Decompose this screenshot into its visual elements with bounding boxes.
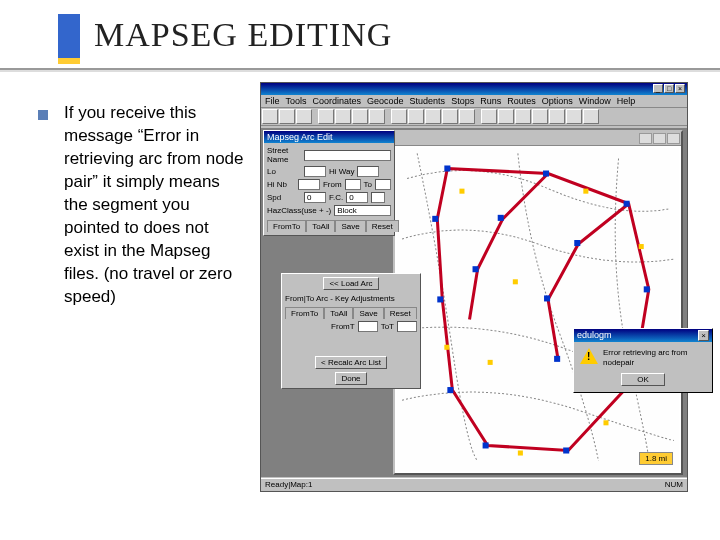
map-tool[interactable]	[639, 133, 652, 144]
svg-rect-4	[624, 201, 630, 207]
error-dialog: edulogm × Error retrieving arc from node…	[573, 328, 713, 393]
toolbar-button[interactable]	[425, 109, 441, 124]
toolbar-button[interactable]	[352, 109, 368, 124]
map-window: 1.8 mi	[393, 130, 683, 475]
toolbar-button[interactable]	[566, 109, 582, 124]
fc-input[interactable]: 0	[346, 192, 368, 203]
load-arc-button[interactable]: << Load Arc	[323, 277, 378, 290]
menu-item[interactable]: File	[265, 96, 280, 106]
from-input[interactable]	[345, 179, 361, 190]
toolbar-button[interactable]	[279, 109, 295, 124]
statusbar-left: Ready|Map:1	[265, 480, 312, 490]
dir-input[interactable]	[371, 192, 385, 203]
toolbar-button[interactable]	[481, 109, 497, 124]
hinb-input[interactable]	[298, 179, 320, 190]
spd-label: Spd	[267, 193, 301, 202]
warning-icon	[580, 348, 598, 364]
svg-rect-3	[543, 171, 549, 177]
menu-item[interactable]: Tools	[286, 96, 307, 106]
menu-item[interactable]: Students	[410, 96, 446, 106]
toolbar-button[interactable]	[459, 109, 475, 124]
svg-rect-12	[498, 215, 504, 221]
toolbar-button[interactable]	[296, 109, 312, 124]
tab-save[interactable]: Save	[335, 220, 365, 232]
minimize-button[interactable]: _	[653, 84, 663, 93]
toolbar-button[interactable]	[262, 109, 278, 124]
map-tool[interactable]	[667, 133, 680, 144]
hiway-input[interactable]	[357, 166, 379, 177]
to-input[interactable]	[375, 179, 391, 190]
slide-accent-bar	[58, 14, 80, 64]
tab-toall[interactable]: ToAll	[306, 220, 335, 232]
toolbar-button[interactable]	[442, 109, 458, 124]
adj-tab-reset[interactable]: Reset	[384, 307, 417, 319]
toolbar-button[interactable]	[335, 109, 351, 124]
app-titlebar: _ □ ×	[261, 83, 687, 95]
svg-rect-22	[444, 345, 449, 350]
lo-input[interactable]	[304, 166, 326, 177]
svg-rect-19	[639, 244, 644, 249]
svg-rect-20	[603, 420, 608, 425]
adj-tab-save[interactable]: Save	[353, 307, 383, 319]
tab-reset[interactable]: Reset	[366, 220, 399, 232]
menu-item[interactable]: Geocode	[367, 96, 404, 106]
map-scale-badge: 1.8 mi	[639, 452, 673, 465]
mdi-workspace: 1.8 mi Mapseg Arc Edit Street Name Lo Hi…	[261, 128, 687, 477]
svg-rect-15	[554, 356, 560, 362]
done-button[interactable]: Done	[335, 372, 366, 385]
error-dialog-title: edulogm	[577, 330, 612, 341]
maximize-button[interactable]: □	[664, 84, 674, 93]
arc-panel-title: Mapseg Arc Edit	[264, 131, 394, 143]
map-toolbar	[395, 132, 681, 146]
toolbar-button[interactable]	[318, 109, 334, 124]
to-label: To	[364, 180, 372, 189]
app-window: _ □ × File Tools Coordinates Geocode Stu…	[260, 82, 688, 492]
toolbar-button[interactable]	[583, 109, 599, 124]
spd-input[interactable]: 0	[304, 192, 326, 203]
toolbar-button[interactable]	[515, 109, 531, 124]
bullet-icon	[38, 110, 48, 120]
statusbar-right: NUM	[665, 480, 683, 490]
arc-edit-panel: Mapseg Arc Edit Street Name Lo Hi Way Hi…	[263, 130, 395, 236]
adjust-group-title: From|To Arc - Key Adjustments	[285, 294, 417, 303]
adj-tab-fromto[interactable]: FromTo	[285, 307, 324, 319]
toolbar-button[interactable]	[549, 109, 565, 124]
recalc-button[interactable]: < Recalc Arc List	[315, 356, 387, 369]
adj-to-input[interactable]	[397, 321, 417, 332]
svg-rect-11	[432, 216, 438, 222]
hinb-label: Hi Nb	[267, 180, 295, 189]
toolbar-button[interactable]	[532, 109, 548, 124]
adj-tab-toall[interactable]: ToAll	[324, 307, 353, 319]
slide-title: MAPSEG EDITING	[94, 16, 392, 54]
error-dialog-close-icon[interactable]: ×	[698, 330, 709, 341]
slide-divider	[0, 68, 720, 70]
map-tool[interactable]	[653, 133, 666, 144]
svg-rect-10	[437, 296, 443, 302]
svg-rect-5	[644, 286, 650, 292]
toolbar-button[interactable]	[408, 109, 424, 124]
adj-from-input[interactable]	[358, 321, 378, 332]
toolbar-button[interactable]	[498, 109, 514, 124]
svg-rect-18	[583, 189, 588, 194]
menu-item[interactable]: Runs	[480, 96, 501, 106]
menu-item[interactable]: Help	[617, 96, 636, 106]
close-button[interactable]: ×	[675, 84, 685, 93]
svg-rect-13	[473, 266, 479, 272]
tab-fromto[interactable]: FromTo	[267, 220, 306, 232]
svg-rect-14	[544, 295, 550, 301]
toolbar-separator	[386, 109, 390, 124]
error-ok-button[interactable]: OK	[621, 373, 665, 386]
menu-item[interactable]: Routes	[507, 96, 536, 106]
menu-item[interactable]: Options	[542, 96, 573, 106]
hazard-input[interactable]: Block	[334, 205, 391, 216]
street-input[interactable]	[304, 150, 391, 161]
svg-rect-2	[444, 165, 450, 171]
toolbar-button[interactable]	[369, 109, 385, 124]
map-canvas[interactable]: 1.8 mi	[397, 148, 679, 471]
statusbar: Ready|Map:1 NUM	[261, 478, 687, 491]
menu-item[interactable]: Coordinates	[313, 96, 362, 106]
svg-rect-23	[513, 279, 518, 284]
menu-item[interactable]: Window	[579, 96, 611, 106]
menu-item[interactable]: Stops	[451, 96, 474, 106]
toolbar-button[interactable]	[391, 109, 407, 124]
